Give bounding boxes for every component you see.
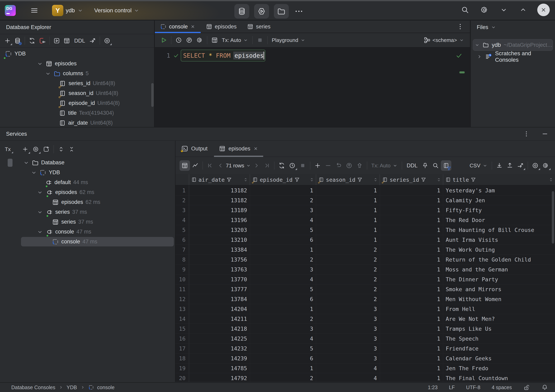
tree-item-session-console[interactable]: console 47 ms: [0, 227, 175, 237]
file-item-scratches[interactable]: Scratches and Consoles: [471, 51, 555, 63]
run-button[interactable]: [159, 35, 169, 45]
table-cell[interactable]: 1: [380, 354, 443, 363]
transfer-button[interactable]: [515, 160, 526, 171]
table-row[interactable]: 213182211Calamity Jen: [175, 195, 555, 205]
tab-output[interactable]: Output: [175, 141, 213, 156]
breadcrumb-item[interactable]: console: [97, 385, 115, 390]
tree-item-ydb-connection[interactable]: YDB: [0, 167, 175, 177]
table-cell[interactable]: 1: [316, 186, 380, 195]
sql-statement[interactable]: SELECT * FROM episodes: [181, 50, 265, 61]
tree-item-air-date-column[interactable]: air_date Uint64(8): [0, 118, 154, 128]
revert-button[interactable]: [344, 160, 354, 171]
table-row[interactable]: 913763321Moss and the German: [175, 265, 555, 275]
table-row[interactable]: 1714232531Friendface: [175, 344, 555, 354]
project-widget[interactable]: Y ydb: [52, 5, 83, 16]
table-cell[interactable]: 3: [316, 334, 380, 343]
sort-icon[interactable]: [309, 177, 314, 182]
table-cell[interactable]: The Speech: [443, 334, 555, 343]
table-cell[interactable]: 1: [250, 363, 316, 373]
table-cell[interactable]: 1: [380, 275, 443, 284]
row-number[interactable]: 13: [175, 304, 189, 314]
results-scrollbar[interactable]: [552, 191, 554, 244]
line-ending[interactable]: LF: [449, 385, 455, 390]
table-cell[interactable]: Yesterday's Jam: [443, 186, 555, 195]
table-cell[interactable]: Moss and the German: [443, 265, 555, 274]
row-number[interactable]: 19: [175, 363, 189, 373]
tree-item-series-id-column[interactable]: series_id Uint64(8): [0, 79, 154, 88]
tree-item-session-default[interactable]: default 44 ms: [0, 177, 175, 187]
more-toolbar-button[interactable]: [294, 6, 304, 16]
add-button[interactable]: [20, 144, 30, 154]
table-row[interactable]: 713384121The Work Outing: [175, 245, 555, 255]
table-cell[interactable]: Fifty-Fifty: [443, 205, 555, 215]
files-panel-header[interactable]: Files: [471, 21, 555, 34]
cursor-position[interactable]: 1:23: [428, 385, 438, 390]
table-cell[interactable]: 14239: [189, 354, 250, 363]
column-header-series-id[interactable]: series_id: [380, 174, 443, 185]
table-cell[interactable]: 1: [316, 195, 380, 205]
table-cell[interactable]: 2: [250, 314, 316, 324]
table-cell[interactable]: 6: [250, 235, 316, 245]
table-cell[interactable]: 1: [380, 186, 443, 195]
table-cell[interactable]: 1: [250, 245, 316, 254]
table-cell[interactable]: 1: [316, 235, 380, 245]
table-cell[interactable]: 13196: [189, 215, 250, 225]
row-number[interactable]: 10: [175, 275, 189, 284]
tab-series[interactable]: series: [242, 21, 276, 33]
chevron-down-icon[interactable]: [45, 70, 51, 77]
row-number[interactable]: 14: [175, 314, 189, 324]
grid-view-button[interactable]: [180, 160, 190, 171]
chevron-down-icon[interactable]: [23, 160, 29, 166]
table-cell[interactable]: 3: [316, 344, 380, 353]
table-cell[interactable]: 1: [380, 363, 443, 373]
close-icon[interactable]: [253, 146, 258, 151]
ddl-button[interactable]: DDL: [72, 38, 88, 44]
tx-toggle-button[interactable]: Tx: [3, 145, 13, 154]
row-number[interactable]: 8: [175, 255, 189, 264]
chevron-right-icon[interactable]: [476, 54, 482, 60]
indent-setting[interactable]: 4 spaces: [492, 385, 512, 390]
table-row[interactable]: 1914785141Jen The Fredo: [175, 363, 555, 373]
table-cell[interactable]: 2: [316, 275, 380, 284]
sort-icon[interactable]: [436, 177, 441, 182]
auto-refresh-button[interactable]: [287, 160, 298, 171]
table-cell[interactable]: 1: [380, 205, 443, 215]
table-cell[interactable]: 1: [380, 324, 443, 334]
table-cell[interactable]: 13756: [189, 255, 250, 264]
table-cell[interactable]: 1: [380, 314, 443, 324]
disconnect-button[interactable]: [37, 36, 47, 46]
table-cell[interactable]: 13182: [189, 195, 250, 205]
funnel-icon[interactable]: [226, 177, 232, 182]
tree-item-title-column[interactable]: title Text(4194304): [0, 108, 154, 118]
table-cell[interactable]: 14792: [189, 373, 250, 382]
table-cell[interactable]: 1: [380, 215, 443, 225]
datagrip-logo-icon[interactable]: DG: [5, 5, 16, 16]
table-cell[interactable]: 14211: [189, 314, 250, 324]
explorer-scrollbar[interactable]: [151, 83, 154, 107]
table-cell[interactable]: 1: [380, 344, 443, 353]
tree-item-columns-folder[interactable]: columns 5: [0, 69, 154, 79]
table-row[interactable]: 113182111Yesterday's Jam: [175, 186, 555, 195]
tree-item-result-series[interactable]: series 37 ms: [0, 217, 175, 227]
table-cell[interactable]: 13784: [189, 294, 250, 304]
table-cell[interactable]: 13763: [189, 265, 250, 274]
chevron-down-icon[interactable]: [37, 209, 43, 215]
table-cell[interactable]: Return of the Golden Child: [443, 255, 555, 264]
table-cell[interactable]: 4: [316, 373, 380, 382]
close-icon[interactable]: [190, 24, 195, 29]
open-console-button[interactable]: [52, 36, 62, 46]
table-cell[interactable]: 3: [316, 324, 380, 334]
table-cell[interactable]: 14232: [189, 344, 250, 353]
settings-button[interactable]: [479, 5, 490, 15]
chevron-down-icon[interactable]: [475, 42, 480, 48]
tab-episodes[interactable]: episodes: [201, 21, 242, 33]
table-row[interactable]: 1113777521Smoke and Mirrors: [175, 284, 555, 294]
tx-mode-select[interactable]: Tx: Auto: [220, 37, 250, 43]
column-filter-button[interactable]: [441, 160, 451, 171]
row-number[interactable]: 9: [175, 265, 189, 274]
services-options-button[interactable]: [521, 129, 532, 139]
table-cell[interactable]: Jen The Fredo: [443, 363, 555, 373]
column-header-title[interactable]: title: [443, 174, 555, 185]
table-cell[interactable]: 2: [316, 284, 380, 294]
table-cell[interactable]: 1: [380, 255, 443, 264]
